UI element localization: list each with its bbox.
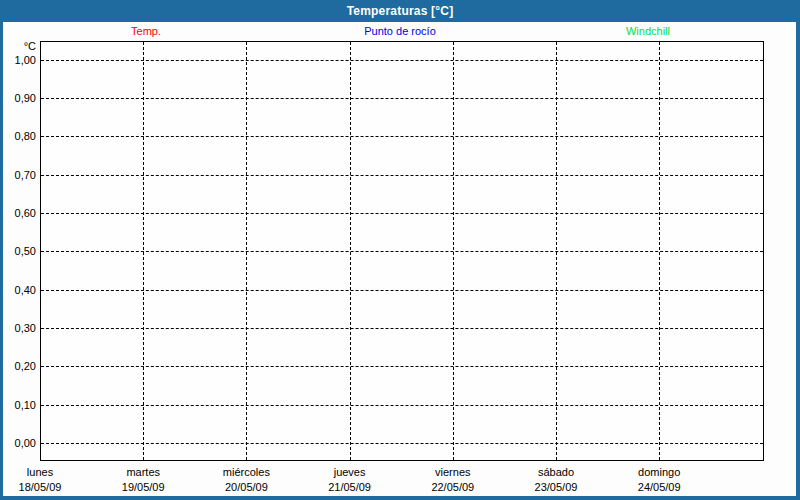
y-tick-label: 0,80 <box>0 129 36 143</box>
y-tick-label: 0,50 <box>0 244 36 258</box>
h-gridline <box>41 213 763 214</box>
x-date-label: 20/05/09 <box>194 481 298 494</box>
y-tick-label: 0,90 <box>0 91 36 105</box>
v-gridline <box>350 42 351 460</box>
h-gridline <box>41 98 763 99</box>
x-date-label: 23/05/09 <box>504 481 608 494</box>
v-gridline <box>659 42 660 460</box>
x-day-label: lunes <box>0 466 92 479</box>
v-gridline <box>556 42 557 460</box>
y-tick-label: 0,00 <box>0 436 36 450</box>
x-day-label: martes <box>91 466 195 479</box>
y-tick-label: 0,30 <box>0 321 36 335</box>
h-gridline <box>41 175 763 176</box>
y-axis-unit-label: °C <box>0 40 36 52</box>
x-day-label: domingo <box>607 466 711 479</box>
legend-item-dew-point: Punto de rocío <box>364 25 436 37</box>
y-tick-label: 0,40 <box>0 283 36 297</box>
v-gridline <box>246 42 247 460</box>
legend-item-windchill: Windchill <box>626 25 670 37</box>
h-gridline <box>41 443 763 444</box>
y-tick-label: 1,00 <box>0 53 36 67</box>
x-day-label: jueves <box>298 466 402 479</box>
chart-window: Temperaturas [°C] Temp. Punto de rocío W… <box>0 0 800 500</box>
plot-area <box>40 41 764 461</box>
v-gridline <box>453 42 454 460</box>
h-gridline <box>41 366 763 367</box>
y-tick-label: 0,60 <box>0 206 36 220</box>
x-date-label: 18/05/09 <box>0 481 92 494</box>
h-gridline <box>41 60 763 61</box>
h-gridline <box>41 136 763 137</box>
h-gridline <box>41 251 763 252</box>
x-date-label: 19/05/09 <box>91 481 195 494</box>
x-day-label: viernes <box>401 466 505 479</box>
h-gridline <box>41 328 763 329</box>
x-day-label: miércoles <box>194 466 298 479</box>
y-tick-label: 0,20 <box>0 359 36 373</box>
legend-item-temp: Temp. <box>131 25 161 37</box>
y-tick-label: 0,70 <box>0 168 36 182</box>
x-date-label: 21/05/09 <box>298 481 402 494</box>
v-gridline <box>143 42 144 460</box>
h-gridline <box>41 405 763 406</box>
x-date-label: 22/05/09 <box>401 481 505 494</box>
h-gridline <box>41 290 763 291</box>
y-tick-label: 0,10 <box>0 398 36 412</box>
x-date-label: 24/05/09 <box>607 481 711 494</box>
x-day-label: sábado <box>504 466 608 479</box>
chart-stage: Temp. Punto de rocío Windchill °C 1,000,… <box>0 0 800 500</box>
